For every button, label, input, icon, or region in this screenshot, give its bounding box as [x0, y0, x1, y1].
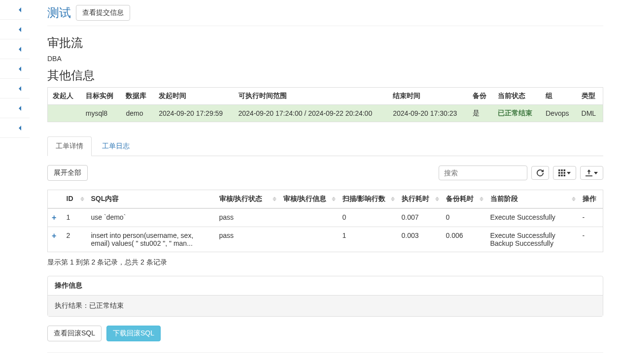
cell-id: 2 — [63, 227, 87, 252]
col-end-time: 结束时间 — [388, 88, 467, 105]
tab-log[interactable]: 工单日志 — [94, 136, 138, 156]
cell-backup-time: 0 — [442, 208, 486, 227]
cell-rows: 0 — [339, 208, 398, 227]
col-id[interactable]: ID — [63, 190, 87, 209]
info-table: 发起人 目标实例 数据库 发起时间 可执行时间范围 结束时间 备份 当前状态 组… — [47, 87, 603, 122]
col-group: 组 — [541, 88, 577, 105]
col-start-time: 发起时间 — [154, 88, 233, 105]
col-status[interactable]: 审核/执行状态 — [215, 190, 279, 209]
col-content[interactable]: SQL内容 — [87, 190, 215, 209]
cell-action: - — [579, 208, 603, 227]
approval-heading: 审批流 — [47, 35, 603, 51]
col-initiator: 发起人 — [48, 88, 81, 105]
col-type: 类型 — [577, 88, 603, 105]
cell-content: use `demo` — [87, 208, 215, 227]
op-info-panel: 操作信息 执行结果：已正常结束 — [47, 276, 603, 317]
pager-info: 显示第 1 到第 2 条记录，总共 2 条记录 — [47, 258, 603, 267]
svg-rect-1 — [561, 169, 563, 171]
tabs: 工单详情 工单日志 — [47, 136, 603, 156]
col-backup: 备份 — [468, 88, 493, 105]
main-content: 测试 查看提交信息 审批流 DBA 其他信息 发起人 目标实例 数据库 发起时间… — [30, 0, 621, 364]
cell-status: pass — [215, 227, 279, 252]
grid-icon — [558, 169, 565, 176]
export-button[interactable] — [580, 166, 603, 180]
cell-exec-time: 0.007 — [398, 208, 442, 227]
sidebar-item-4[interactable] — [0, 59, 30, 79]
sidebar-item-1[interactable] — [0, 0, 30, 20]
op-info-body: 执行结果：已正常结束 — [48, 296, 603, 316]
sidebar — [0, 0, 30, 364]
col-backup-time[interactable]: 备份耗时 — [442, 190, 486, 209]
cell-group: Devops — [541, 105, 577, 122]
toolbar: 展开全部 — [47, 165, 603, 181]
cell-type: DML — [577, 105, 603, 122]
cell-stage: Execute Successfully Backup Successfully — [486, 227, 579, 252]
sidebar-item-6[interactable] — [0, 99, 30, 118]
separator — [47, 352, 603, 353]
info-row: mysql8 demo 2024-09-20 17:29:59 2024-09-… — [48, 105, 603, 122]
tab-detail[interactable]: 工单详情 — [47, 136, 92, 156]
cell-action: - — [579, 227, 603, 252]
col-expand — [48, 190, 63, 209]
cell-rows: 1 — [339, 227, 398, 252]
result-value: 已正常结束 — [89, 301, 124, 309]
chevron-down-icon — [567, 172, 571, 174]
expand-all-button[interactable]: 展开全部 — [47, 165, 88, 181]
table-row: +2insert into person(username, sex, emai… — [48, 227, 603, 252]
svg-rect-7 — [561, 175, 563, 177]
svg-rect-8 — [564, 175, 566, 177]
col-instance: 目标实例 — [81, 88, 121, 105]
sidebar-item-2[interactable] — [0, 20, 30, 39]
search-input[interactable] — [439, 165, 527, 180]
cell-status: pass — [215, 208, 279, 227]
cell-info — [279, 208, 339, 227]
svg-rect-0 — [558, 169, 560, 171]
cell-initiator — [48, 105, 81, 122]
cell-exec-time: 0.003 — [398, 227, 442, 252]
col-exec-time[interactable]: 执行耗时 — [398, 190, 442, 209]
result-label: 执行结果： — [55, 301, 89, 309]
sidebar-item-5[interactable] — [0, 79, 30, 99]
cell-database: demo — [121, 105, 154, 122]
refresh-icon — [537, 169, 544, 176]
approval-role: DBA — [47, 55, 603, 63]
expand-icon[interactable]: + — [52, 232, 56, 240]
cell-backup-time: 0.006 — [442, 227, 486, 252]
svg-rect-2 — [564, 169, 566, 171]
col-rows[interactable]: 扫描/影响行数 — [339, 190, 398, 209]
cell-start-time: 2024-09-20 17:29:59 — [154, 105, 233, 122]
export-icon — [586, 169, 592, 176]
other-info-heading: 其他信息 — [47, 67, 603, 83]
cell-id: 1 — [63, 208, 87, 227]
cell-backup: 是 — [468, 105, 493, 122]
col-action: 操作 — [579, 190, 603, 209]
header: 测试 查看提交信息 — [47, 5, 603, 26]
sql-table: ID SQL内容 审核/执行状态 审核/执行信息 扫描/影响行数 执行耗时 备份… — [47, 190, 603, 252]
refresh-button[interactable] — [531, 166, 549, 180]
op-info-title: 操作信息 — [48, 276, 603, 296]
cell-status: 已正常结束 — [493, 105, 541, 122]
cell-instance: mysql8 — [81, 105, 121, 122]
cell-stage: Execute Successfully — [486, 208, 579, 227]
cell-end-time: 2024-09-20 17:30:23 — [388, 105, 467, 122]
cell-content: insert into person(username, sex, email)… — [87, 227, 215, 252]
expand-icon[interactable]: + — [52, 213, 56, 222]
col-stage[interactable]: 当前阶段 — [486, 190, 579, 209]
chevron-down-icon — [594, 172, 598, 174]
action-row: 查看回滚SQL 下载回滚SQL — [47, 326, 603, 341]
cell-exec-window: 2024-09-20 17:24:00 / 2024-09-22 20:24:0… — [234, 105, 388, 122]
download-rollback-button[interactable]: 下载回滚SQL — [106, 326, 161, 341]
svg-rect-6 — [558, 175, 560, 177]
col-info[interactable]: 审核/执行信息 — [279, 190, 339, 209]
sidebar-item-3[interactable] — [0, 39, 30, 59]
columns-button[interactable] — [553, 166, 576, 180]
col-exec-window: 可执行时间范围 — [234, 88, 388, 105]
svg-rect-3 — [558, 172, 560, 174]
svg-rect-4 — [561, 172, 563, 174]
view-rollback-button[interactable]: 查看回滚SQL — [47, 326, 102, 341]
view-submit-info-button[interactable]: 查看提交信息 — [76, 5, 130, 21]
svg-rect-5 — [564, 172, 566, 174]
sidebar-item-7[interactable] — [0, 118, 30, 138]
cell-info — [279, 227, 339, 252]
col-status: 当前状态 — [493, 88, 541, 105]
